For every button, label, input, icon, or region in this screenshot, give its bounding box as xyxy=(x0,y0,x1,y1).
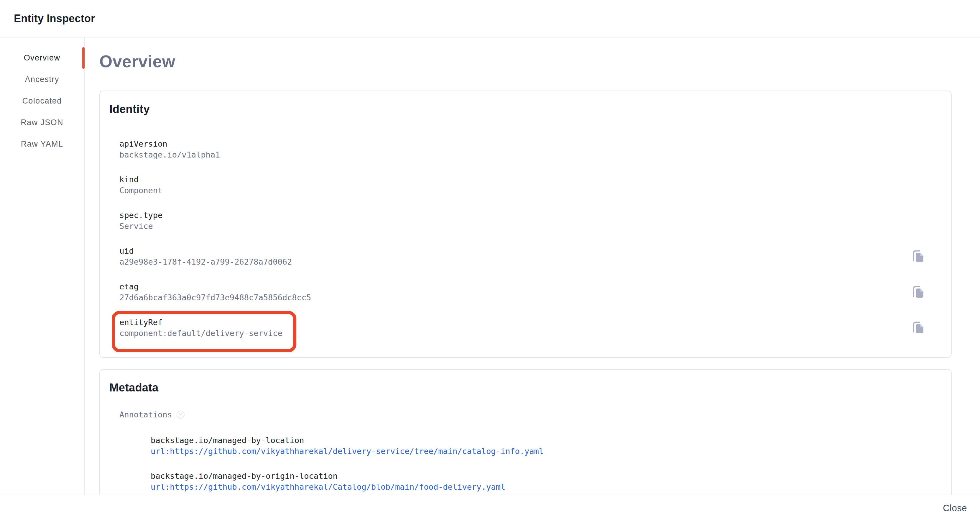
help-icon[interactable]: ? xyxy=(177,411,185,419)
field-label: uid xyxy=(119,245,292,257)
copy-button[interactable] xyxy=(912,321,925,335)
copy-icon xyxy=(912,250,925,263)
annotations-label: Annotations xyxy=(119,409,172,420)
field-row: etag 27d6a6bcaf363a0c97fd73e9488c7a5856d… xyxy=(119,281,940,303)
annotations-list: backstage.io/managed-by-location url:htt… xyxy=(110,435,940,492)
sidebar-tab-label: Raw YAML xyxy=(21,140,64,149)
sidebar-tab[interactable]: Raw YAML xyxy=(0,133,84,155)
sidebar-tab[interactable]: Colocated xyxy=(0,90,84,112)
identity-card: Identity apiVersion backstage.io/v1alpha… xyxy=(99,91,952,358)
dialog-footer: Close xyxy=(0,495,980,518)
field-value: backstage.io/v1alpha1 xyxy=(119,149,220,160)
annotation-link[interactable]: url:https://github.com/vikyathharekal/de… xyxy=(151,446,940,457)
entity-inspector-dialog: Entity Inspector Overview Ancestry Coloc… xyxy=(0,0,980,518)
sidebar: Overview Ancestry Colocated Raw JSON Raw… xyxy=(0,37,84,495)
field-label: entityRef xyxy=(119,317,282,328)
field-value: component:default/delivery-service xyxy=(119,328,282,339)
field-value: 27d6a6bcaf363a0c97fd73e9488c7a5856dc8cc5 xyxy=(119,292,311,303)
annotations-header: Annotations ? xyxy=(110,409,940,420)
dialog-title: Entity Inspector xyxy=(14,13,95,25)
copy-button[interactable] xyxy=(912,285,925,299)
copy-icon xyxy=(912,321,925,335)
field-row: entityRef component:default/delivery-ser… xyxy=(119,317,940,339)
identity-card-title: Identity xyxy=(110,102,940,116)
field-label: kind xyxy=(119,174,162,185)
field-row: spec.type Service xyxy=(119,210,940,231)
annotation-row: backstage.io/managed-by-location url:htt… xyxy=(151,435,940,457)
metadata-card-title: Metadata xyxy=(110,380,940,395)
sidebar-tab[interactable]: Raw JSON xyxy=(0,112,84,133)
field-row: uid a29e98e3-178f-4192-a799-26278a7d0062 xyxy=(119,245,940,267)
identity-fields: apiVersion backstage.io/v1alpha1 kind Co… xyxy=(110,139,940,339)
sidebar-tab[interactable]: Overview xyxy=(0,47,84,69)
field-value: Service xyxy=(119,221,162,231)
sidebar-tab-label: Ancestry xyxy=(25,75,59,84)
annotation-row: backstage.io/managed-by-origin-location … xyxy=(151,470,940,492)
close-button[interactable]: Close xyxy=(942,500,968,513)
copy-icon xyxy=(912,285,925,299)
annotation-key: backstage.io/managed-by-origin-location xyxy=(151,470,940,481)
field-label: spec.type xyxy=(119,210,162,221)
annotation-link[interactable]: url:https://github.com/vikyathharekal/Ca… xyxy=(151,481,940,492)
field-value: Component xyxy=(119,185,162,196)
dialog-body: Overview Ancestry Colocated Raw JSON Raw… xyxy=(0,37,980,495)
sidebar-tab-label: Colocated xyxy=(22,96,62,105)
field-label: etag xyxy=(119,281,311,292)
annotation-key: backstage.io/managed-by-location xyxy=(151,435,940,446)
field-row: kind Component xyxy=(119,174,940,196)
metadata-card: Metadata Annotations ? backstage.io/mana… xyxy=(99,369,952,495)
field-value: a29e98e3-178f-4192-a799-26278a7d0062 xyxy=(119,257,292,267)
field-label: apiVersion xyxy=(119,139,220,149)
sidebar-tab[interactable]: Ancestry xyxy=(0,69,84,90)
sidebar-tab-label: Raw JSON xyxy=(21,118,64,127)
page-title: Overview xyxy=(99,49,980,73)
dialog-header: Entity Inspector xyxy=(0,0,980,37)
copy-button[interactable] xyxy=(912,250,925,263)
main-content: Overview Identity apiVersion backstage.i… xyxy=(84,37,980,495)
sidebar-tab-label: Overview xyxy=(24,53,60,62)
field-row: apiVersion backstage.io/v1alpha1 xyxy=(119,139,940,160)
